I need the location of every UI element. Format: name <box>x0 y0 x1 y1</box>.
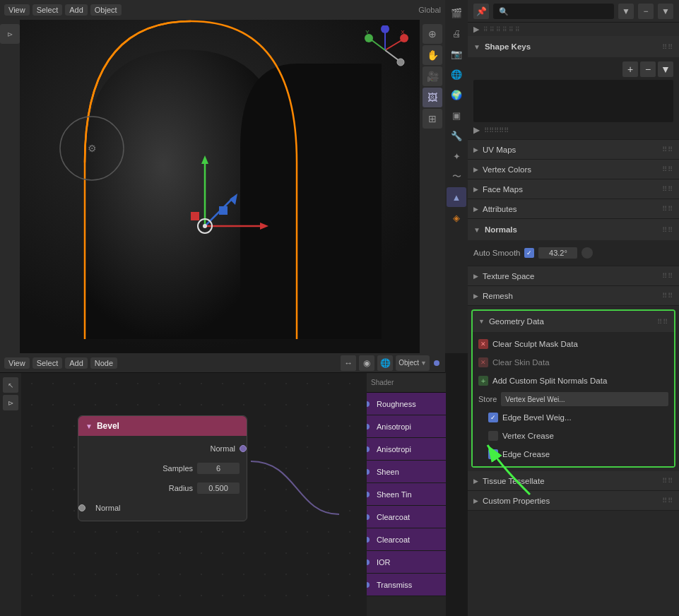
ne-select-tool[interactable]: ↖ <box>3 377 18 393</box>
edge-crease-row: ✓ Edge Crease <box>473 445 674 463</box>
tissue-arrow: ▶ <box>473 478 478 485</box>
bevel-normal-input-socket[interactable] <box>78 504 85 511</box>
ne-node-button[interactable]: Node <box>90 357 117 369</box>
bevel-normal-socket[interactable] <box>240 445 247 452</box>
render-icon[interactable]: 🎬 <box>447 3 466 23</box>
material-slot-item[interactable]: Clearcoat <box>367 506 446 528</box>
modifier-icon[interactable]: 🔧 <box>447 126 466 146</box>
mat-slot-label: Sheen Tin <box>377 490 412 499</box>
material-slot-item[interactable]: Sheen Tin <box>367 483 446 506</box>
ne-shader-icon[interactable]: ◉ <box>359 355 374 371</box>
ne-slot-icon[interactable]: ↔ <box>341 355 356 371</box>
material-slot-item[interactable]: Anisotropi <box>367 438 446 461</box>
search-input[interactable] <box>493 4 614 19</box>
auto-smooth-dot[interactable] <box>581 247 593 259</box>
vertex-colors-row[interactable]: ▶ Vertex Colors ⠿⠿ <box>468 160 679 179</box>
panel-options-button[interactable]: ▼ <box>618 4 634 19</box>
material-icon[interactable]: ◈ <box>447 208 466 227</box>
object-menu-button[interactable]: Object <box>90 4 122 16</box>
remesh-row[interactable]: ▶ Remesh ⠿⠿ <box>468 286 679 306</box>
bevel-samples-input[interactable] <box>197 463 240 474</box>
ne-select-button[interactable]: Select <box>33 357 63 369</box>
geometry-data-wrapper: ▼ Geometry Data ⠿⠿ ✕ Clear Sculpt Mask D… <box>468 306 679 471</box>
vertex-crease-checkbox[interactable] <box>488 431 498 441</box>
clear-skin-x-button[interactable]: ✕ <box>478 357 488 367</box>
ne-mode-selector[interactable]: Object ▼ <box>396 355 430 371</box>
material-slots-panel: Shader RoughnessAnisotropiAnisotropiShee… <box>367 373 446 616</box>
zoom-icon[interactable]: ⊕ <box>423 24 442 44</box>
uv-maps-drag: ⠿⠿ <box>662 146 673 153</box>
output-icon[interactable]: 🖨 <box>447 23 466 43</box>
shape-keys-header[interactable]: ▼ Shape Keys ⠿⠿ <box>468 36 679 57</box>
panel-pin-button[interactable]: 📌 <box>473 4 489 19</box>
geometry-data-header[interactable]: ▼ Geometry Data ⠿⠿ <box>473 311 674 332</box>
material-slot-item[interactable]: Roughness <box>367 393 446 415</box>
bevel-node[interactable]: ▼ Bevel Normal Samples Radius <box>78 415 247 521</box>
edge-crease-checkbox[interactable]: ✓ <box>488 449 498 459</box>
snap-icon[interactable]: ⊳ <box>0 24 20 44</box>
attributes-row[interactable]: ▶ Attributes ⠿⠿ <box>468 199 679 219</box>
texture-space-row[interactable]: ▶ Texture Space ⠿⠿ <box>468 266 679 286</box>
svg-rect-9 <box>219 206 228 215</box>
sk-minus-button[interactable]: − <box>640 61 656 77</box>
ne-view-button[interactable]: View <box>4 357 30 369</box>
remesh-arrow: ▶ <box>473 292 478 300</box>
normals-section: ▼ Normals ⠿⠿ Auto Smooth ✓ <box>468 219 679 266</box>
tissue-label: Tissue Tessellate <box>483 477 658 485</box>
auto-smooth-checkbox[interactable]: ✓ <box>524 248 534 258</box>
vertex-colors-drag: ⠿⠿ <box>662 165 673 173</box>
grid-icon[interactable]: ⊞ <box>423 109 442 129</box>
play-icon[interactable]: ▶ <box>473 25 479 34</box>
viewport-3d[interactable]: ⚙ View Select Add Object Global X Z Y ⊕ … <box>0 0 445 353</box>
edge-bevel-weight-checkbox[interactable]: ✓ <box>488 413 498 422</box>
particles-icon[interactable]: ✦ <box>447 146 466 166</box>
texture-space-drag: ⠿⠿ <box>662 272 673 280</box>
bevel-normal-output-label: Normal <box>85 444 240 453</box>
remesh-drag: ⠿⠿ <box>662 292 673 300</box>
move-icon[interactable]: ✋ <box>423 45 442 65</box>
clear-sculpt-row: ✕ Clear Sculpt Mask Data <box>473 335 674 353</box>
add-normals-plus-button[interactable]: + <box>478 376 488 386</box>
select-menu-button[interactable]: Select <box>33 4 63 16</box>
material-slot-item[interactable]: Anisotropi <box>367 415 446 438</box>
object-icon[interactable]: ▣ <box>447 105 466 125</box>
physics-icon[interactable]: 〜 <box>447 167 466 186</box>
geometry-data-content: ✕ Clear Sculpt Mask Data ✕ Clear Skin Da… <box>473 332 674 466</box>
custom-properties-row[interactable]: ▶ Custom Properties ⠿⠿ <box>468 491 679 511</box>
sk-plus-button[interactable]: + <box>622 61 638 77</box>
sk-chevron-button[interactable]: ▼ <box>658 61 673 77</box>
store-dropdown[interactable]: Vertex Bevel Wei... <box>501 392 668 406</box>
material-slot-item[interactable]: Transmiss <box>367 574 446 596</box>
material-slot-item[interactable]: Sheen <box>367 461 446 483</box>
normals-header[interactable]: ▼ Normals ⠿⠿ <box>468 219 679 240</box>
material-slot-item[interactable]: Clearcoat <box>367 528 446 551</box>
view-menu-button[interactable]: View <box>4 4 30 16</box>
sk-play-icon[interactable]: ▶ <box>473 125 480 135</box>
world-icon[interactable]: 🌍 <box>447 85 466 105</box>
data-icon[interactable]: ▲ <box>447 187 466 207</box>
face-maps-row[interactable]: ▶ Face Maps ⠿⠿ <box>468 179 679 199</box>
scene-icon[interactable]: 🌐 <box>447 64 466 84</box>
clear-sculpt-x-button[interactable]: ✕ <box>478 339 488 349</box>
viewport-left-toolbar: ⊳ <box>0 20 20 353</box>
view-layer-icon[interactable]: 📷 <box>447 44 466 64</box>
auto-smooth-angle[interactable] <box>538 247 577 259</box>
tissue-row[interactable]: ▶ Tissue Tessellate ⠿⠿ <box>468 471 679 491</box>
normals-content: Auto Smooth ✓ <box>468 240 679 266</box>
properties-icons: 🎬 🖨 📷 🌐 🌍 ▣ 🔧 ✦ 〜 ▲ ◈ <box>445 0 468 353</box>
panel-chevron-button[interactable]: ▼ <box>658 4 673 19</box>
material-slot-item[interactable]: IOR <box>367 551 446 574</box>
geometry-data-drag: ⠿⠿ <box>657 318 668 326</box>
add-menu-button[interactable]: Add <box>65 4 88 16</box>
bevel-radius-input[interactable] <box>197 482 240 494</box>
panel-minus-button[interactable]: − <box>638 4 654 19</box>
bevel-radius-label: Radius <box>85 484 197 492</box>
tissue-drag: ⠿⠿ <box>662 477 673 485</box>
image-icon[interactable]: 🖼 <box>423 88 442 107</box>
bevel-samples-label: Samples <box>85 464 197 473</box>
ne-add-button[interactable]: Add <box>65 357 88 369</box>
uv-maps-row[interactable]: ▶ UV Maps ⠿⠿ <box>468 140 679 160</box>
ne-snap-tool[interactable]: ⊳ <box>3 395 18 410</box>
camera-icon[interactable]: 🎥 <box>423 66 442 86</box>
ne-globe-icon[interactable]: 🌐 <box>377 355 393 371</box>
